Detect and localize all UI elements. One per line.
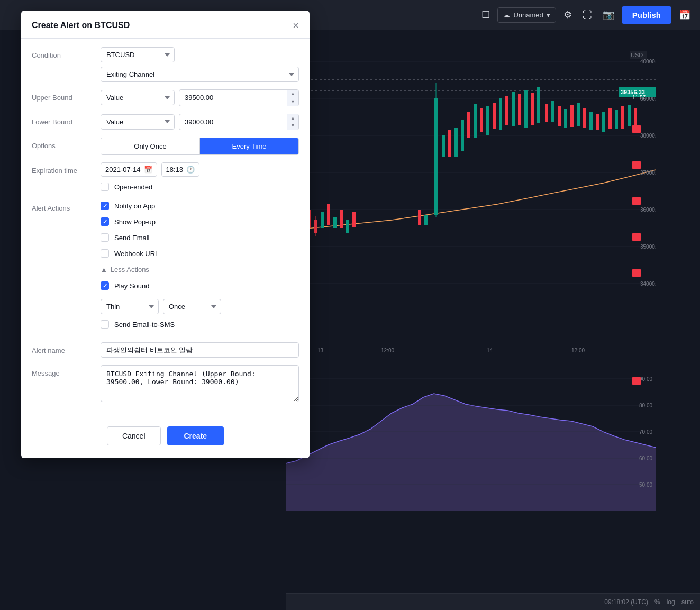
lower-bound-input[interactable]: [179, 115, 287, 129]
show-popup-checkbox[interactable]: [101, 217, 109, 226]
send-email-sms-checkbox[interactable]: [101, 320, 109, 329]
svg-rect-18: [333, 217, 337, 228]
svg-rect-54: [621, 106, 624, 129]
publish-button[interactable]: Publish: [622, 6, 671, 24]
webhook-url-checkbox[interactable]: [101, 249, 109, 258]
open-ended-checkbox[interactable]: [101, 183, 109, 191]
settings-btn[interactable]: ⚙: [560, 6, 575, 24]
percent-btn[interactable]: %: [654, 598, 660, 606]
svg-rect-0: [286, 30, 656, 358]
upper-bound-up-btn[interactable]: ▲: [287, 90, 298, 98]
upper-bound-type-select[interactable]: Value: [101, 90, 175, 105]
lower-bound-up-btn[interactable]: ▲: [287, 114, 298, 122]
expiration-date-input[interactable]: 2021-07-14 📅: [101, 162, 157, 177]
lower-bound-inline: Value ▲ ▼: [101, 114, 299, 131]
open-ended-label[interactable]: Open-ended: [114, 183, 152, 191]
alert-name-label: Alert name: [32, 342, 95, 354]
notify-on-app-checkbox[interactable]: [101, 202, 109, 210]
unnamed-label: Unnamed: [513, 11, 543, 19]
sound-type-select[interactable]: Thin: [101, 299, 159, 314]
svg-text:34000.00: 34000.00: [640, 281, 656, 287]
svg-rect-19: [340, 210, 343, 228]
less-actions-toggle[interactable]: ▲ Less Actions: [101, 263, 299, 276]
close-button[interactable]: ×: [293, 20, 299, 31]
unnamed-dropdown[interactable]: ☁ Unnamed ▾: [497, 7, 556, 23]
svg-rect-27: [448, 130, 451, 157]
only-once-btn[interactable]: Only Once: [101, 138, 200, 154]
svg-rect-29: [461, 120, 464, 151]
dialog-header: Create Alert on BTCUSD ×: [21, 11, 310, 39]
create-button[interactable]: Create: [167, 426, 224, 445]
dialog-body: Condition BTCUSD Exiting Channel Upper B…: [21, 39, 310, 418]
svg-rect-35: [499, 98, 502, 130]
log-btn[interactable]: log: [667, 598, 675, 606]
alert-name-row: Alert name: [32, 342, 299, 358]
lower-bound-down-btn[interactable]: ▼: [287, 122, 298, 130]
play-sound-checkbox[interactable]: [101, 281, 109, 290]
send-email-sms-label[interactable]: Send Email-to-SMS: [114, 321, 175, 329]
datetime-label: 09:18:02 (UTC): [604, 598, 648, 606]
svg-rect-17: [327, 204, 330, 225]
upper-bound-input[interactable]: [179, 90, 287, 105]
sound-freq-select[interactable]: Once: [163, 299, 221, 314]
chevron-down-icon: ▾: [547, 11, 550, 19]
dialog-footer: Cancel Create: [21, 418, 310, 448]
lower-bound-type-select[interactable]: Value: [101, 114, 175, 130]
svg-rect-43: [551, 101, 554, 122]
svg-rect-48: [583, 108, 586, 128]
notify-on-app-label[interactable]: Notify on App: [114, 202, 155, 210]
alert-name-input[interactable]: [101, 342, 299, 358]
send-email-label[interactable]: Send Email: [114, 234, 149, 242]
svg-text:38000.00: 38000.00: [640, 133, 656, 139]
svg-text:50.00: 50.00: [639, 482, 652, 488]
svg-rect-70: [632, 161, 641, 169]
svg-rect-39: [524, 90, 528, 128]
send-email-checkbox[interactable]: [101, 233, 109, 242]
svg-rect-24: [418, 210, 421, 225]
cancel-button[interactable]: Cancel: [107, 426, 161, 445]
svg-text:13: 13: [317, 348, 324, 353]
upper-bound-controls: Value ▲ ▼: [101, 89, 299, 106]
svg-rect-36: [505, 96, 508, 125]
expiration-date-value: 2021-07-14: [105, 166, 141, 174]
rectangle-icon-btn[interactable]: ☐: [478, 6, 493, 24]
svg-rect-34: [493, 103, 496, 129]
webhook-url-label[interactable]: Webhook URL: [114, 250, 159, 258]
svg-rect-31: [474, 104, 477, 138]
condition-trigger-select[interactable]: Exiting Channel: [101, 67, 299, 82]
fullscreen-btn[interactable]: ⛶: [579, 6, 595, 24]
svg-rect-33: [486, 106, 489, 135]
svg-text:12:00: 12:00: [381, 348, 394, 353]
expiration-time-input[interactable]: 18:13 🕐: [161, 162, 200, 177]
svg-rect-52: [608, 108, 612, 129]
svg-rect-16: [321, 212, 324, 228]
svg-text:80.00: 80.00: [639, 403, 652, 408]
svg-rect-55: [628, 105, 631, 126]
svg-text:36000.00: 36000.00: [640, 207, 656, 213]
play-sound-label[interactable]: Play Sound: [114, 282, 150, 290]
svg-text:14: 14: [487, 348, 493, 353]
chevron-up-icon: ▲: [101, 266, 107, 274]
svg-text:12:00: 12:00: [571, 348, 585, 353]
show-popup-label[interactable]: Show Pop-up: [114, 218, 156, 226]
lower-bound-label: Lower Bound: [32, 114, 95, 126]
svg-rect-40: [531, 93, 534, 125]
upper-bound-spinners: ▲ ▼: [287, 90, 298, 106]
lower-bound-controls: Value ▲ ▼: [101, 114, 299, 131]
svg-rect-51: [602, 112, 605, 132]
upper-bound-down-btn[interactable]: ▼: [287, 98, 298, 106]
auto-btn[interactable]: auto: [681, 598, 694, 606]
options-controls: Only Once Every Time: [101, 138, 299, 155]
calendar-icon: 📅: [144, 166, 152, 174]
expiration-row: Expiration time 2021-07-14 📅 18:13 🕐 Ope…: [32, 162, 299, 193]
options-label: Options: [32, 138, 95, 150]
message-textarea[interactable]: [101, 365, 299, 402]
every-time-btn[interactable]: Every Time: [200, 138, 298, 154]
camera-btn[interactable]: 📷: [599, 6, 617, 24]
message-row: Message: [32, 365, 299, 402]
condition-symbol-select[interactable]: BTCUSD: [101, 47, 175, 62]
less-actions-label: Less Actions: [111, 266, 149, 274]
options-row: Options Only Once Every Time: [32, 138, 299, 155]
condition-row: Condition BTCUSD Exiting Channel: [32, 47, 299, 82]
calendar-icon-btn[interactable]: 📅: [676, 6, 694, 24]
